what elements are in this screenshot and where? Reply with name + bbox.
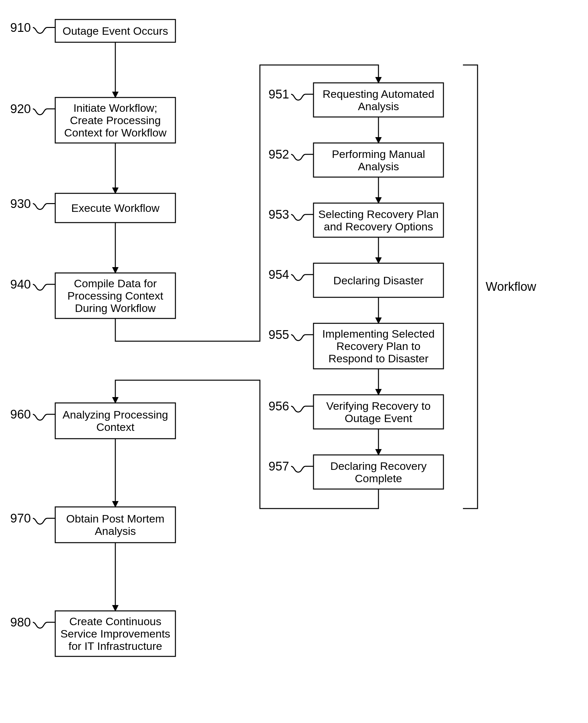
n954-refnum: 954 — [269, 268, 289, 282]
n940-squiggle — [33, 284, 55, 290]
n930-squiggle — [33, 204, 55, 210]
n956-refnum: 956 — [269, 399, 289, 413]
n970-squiggle — [33, 518, 55, 524]
n954-squiggle — [291, 274, 314, 281]
n980-squiggle — [33, 622, 55, 628]
n952-squiggle — [291, 154, 314, 160]
n920-label: Initiate Workflow;Create ProcessingConte… — [64, 102, 167, 139]
n960-squiggle — [33, 414, 55, 420]
n951-refnum: 951 — [269, 87, 289, 101]
n956-squiggle — [291, 406, 314, 412]
n930-label: Execute Workflow — [71, 202, 160, 214]
n940-label: Compile Data forProcessing ContextDuring… — [67, 277, 163, 314]
n940-refnum: 940 — [10, 277, 31, 291]
n953-label: Selecting Recovery Planand Recovery Opti… — [318, 208, 439, 233]
n955-refnum: 955 — [269, 328, 289, 342]
n954-label: Declaring Disaster — [333, 274, 424, 287]
n951-squiggle — [291, 94, 314, 100]
n953-squiggle — [291, 214, 314, 220]
n955-label: Implementing SelectedRecovery Plan toRes… — [322, 328, 435, 365]
n957-refnum: 957 — [269, 459, 289, 473]
n952-refnum: 952 — [269, 147, 289, 161]
n930-refnum: 930 — [10, 197, 31, 210]
n920-refnum: 920 — [10, 102, 31, 116]
n957-squiggle — [291, 466, 314, 472]
n970-refnum: 970 — [10, 512, 31, 525]
n920-squiggle — [33, 109, 55, 115]
workflow-bracket — [463, 65, 478, 509]
n910-squiggle — [33, 28, 55, 34]
n910-refnum: 910 — [10, 21, 31, 35]
workflow-side-label: Workflow — [486, 280, 537, 293]
n910-label: Outage Event Occurs — [62, 25, 168, 37]
n955-squiggle — [291, 335, 314, 340]
n953-refnum: 953 — [269, 208, 289, 221]
n980-refnum: 980 — [10, 616, 31, 629]
n980-label: Create ContinuousService Improvementsfor… — [60, 615, 170, 652]
n960-refnum: 960 — [10, 408, 31, 421]
